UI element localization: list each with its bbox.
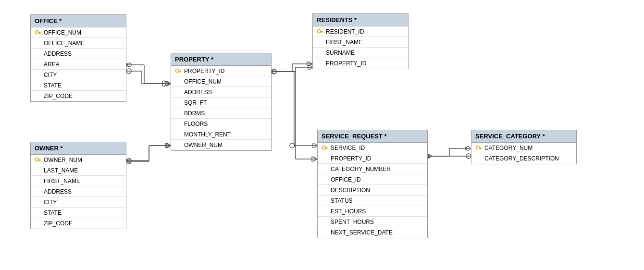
table-row: CATEGORY_NUMBER (318, 164, 427, 174)
table-row: ADDRESS (171, 87, 271, 98)
field-name: SERVICE_ID (331, 145, 365, 151)
table-row: MONTHLY_RENT (171, 129, 271, 140)
svg-point-42 (318, 29, 321, 33)
svg-rect-44 (322, 32, 322, 33)
table-row: ADDRESS (31, 186, 126, 197)
field-name: FIRST_NAME (326, 39, 362, 46)
svg-line-82 (312, 159, 317, 161)
svg-rect-53 (480, 148, 481, 149)
field-name: MONTHLY_RENT (184, 131, 231, 138)
table-row: SURNAME (313, 48, 408, 58)
svg-point-48 (322, 146, 326, 149)
svg-point-39 (176, 69, 179, 72)
table-row: STATE (31, 80, 126, 91)
svg-line-88 (428, 156, 432, 159)
table-row: FIRST_NAME (313, 37, 408, 48)
table-row: PROPERTY_ID (171, 66, 271, 76)
table-row: OFFICE_NUM (31, 27, 126, 38)
svg-point-36 (36, 30, 39, 34)
svg-rect-46 (38, 160, 41, 160)
svg-point-6 (126, 69, 131, 74)
field-name: OFFICE_NUM (184, 78, 222, 85)
svg-point-27 (290, 143, 295, 148)
svg-rect-50 (326, 148, 327, 149)
table-row: DESCRIPTION (318, 185, 427, 196)
table-row: SERVICE_ID (318, 143, 427, 153)
svg-point-57 (127, 63, 131, 67)
field-name: CATEGORY_NUM (484, 145, 533, 151)
field-name: PROPERTY_ID (326, 60, 366, 67)
table-row: OFFICE_NUM (171, 76, 271, 87)
field-name: CITY (44, 72, 57, 78)
table-row: ADDRESS (31, 49, 126, 59)
field-name: OWNER_NUM (184, 142, 223, 148)
field-name: SURNAME (326, 49, 355, 56)
field-name: STATUS (331, 197, 353, 204)
table-row: CATEGORY_DESCRIPTION (471, 153, 576, 164)
field-name: STATE (44, 82, 62, 89)
field-name: AREA (44, 61, 60, 68)
table-property-header: PROPERTY * (171, 53, 271, 66)
table-row: PROPERTY_ID (313, 58, 408, 69)
svg-line-3 (167, 81, 171, 84)
table-row: LAST_NAME (31, 165, 126, 176)
svg-line-32 (428, 154, 431, 156)
table-row: PROPERTY_ID (318, 153, 427, 164)
field-name: PROPERTY_ID (331, 155, 371, 162)
field-name: SPENT_HOURS (331, 219, 374, 225)
svg-line-21 (167, 143, 171, 146)
svg-line-7 (163, 81, 171, 84)
table-row: AREA (31, 59, 126, 70)
table-office: OFFICE * OFFICE_NUM OFFICE_NAME ADDRESS … (30, 14, 126, 102)
field-name: STATE (44, 209, 62, 216)
svg-line-68 (308, 64, 312, 66)
svg-point-35 (466, 154, 471, 159)
field-name: RESIDENT_ID (326, 28, 364, 35)
pk-icon (317, 28, 323, 35)
svg-rect-40 (179, 71, 181, 72)
table-row: EST_HOURS (318, 206, 427, 217)
table-row: SQR_FT (171, 98, 271, 108)
table-row: ZIP_CODE (31, 218, 126, 229)
field-name: FLOORS (184, 121, 208, 127)
table-row: OFFICE_NAME (31, 38, 126, 49)
svg-line-81 (312, 157, 317, 159)
svg-rect-47 (39, 160, 40, 161)
svg-rect-41 (180, 72, 181, 73)
diagram-canvas: OFFICE * OFFICE_NUM OFFICE_NAME ADDRESS … (0, 0, 644, 270)
svg-line-4 (167, 84, 171, 86)
table-row: CITY (31, 197, 126, 208)
table-row: NEXT_SERVICE_DATE (318, 227, 427, 238)
svg-rect-52 (479, 147, 482, 148)
svg-rect-38 (39, 33, 40, 34)
table-office-header: OFFICE * (31, 15, 126, 27)
field-name: CATEGORY_NUMBER (331, 166, 391, 172)
field-name: LAST_NAME (44, 167, 78, 174)
field-name: OWNER_NUM (44, 157, 82, 163)
svg-line-67 (308, 61, 312, 64)
field-name: OFFICE_ID (331, 176, 361, 183)
svg-line-33 (428, 156, 431, 159)
svg-point-73 (127, 159, 131, 162)
svg-point-90 (466, 147, 470, 150)
table-service-request: SERVICE_REQUEST * SERVICE_ID PROPERTY_ID… (317, 130, 428, 238)
table-row: STATE (31, 208, 126, 218)
pk-icon (175, 68, 182, 74)
table-owner: OWNER * OWNER_NUM LAST_NAME FIRST_NAME A… (30, 142, 126, 229)
table-owner-header: OWNER * (31, 142, 126, 155)
svg-line-87 (428, 154, 432, 156)
pk-icon (475, 145, 482, 151)
svg-line-15 (309, 67, 312, 70)
field-name: ZIP_CODE (44, 93, 73, 99)
table-service-request-header: SERVICE_REQUEST * (318, 130, 427, 143)
table-row: CITY (31, 70, 126, 80)
table-property: PROPERTY * PROPERTY_ID OFFICE_NUM ADDRES… (171, 53, 272, 151)
field-name: ADDRESS (184, 89, 212, 96)
svg-line-59 (166, 81, 171, 84)
field-name: NEXT_SERVICE_DATE (331, 229, 393, 236)
field-name: CATEGORY_DESCRIPTION (484, 155, 559, 162)
field-name: ZIP_CODE (44, 220, 73, 227)
svg-point-20 (126, 159, 131, 164)
table-residents-header: RESIDENTS * (313, 14, 408, 26)
field-name: ADDRESS (44, 188, 72, 195)
